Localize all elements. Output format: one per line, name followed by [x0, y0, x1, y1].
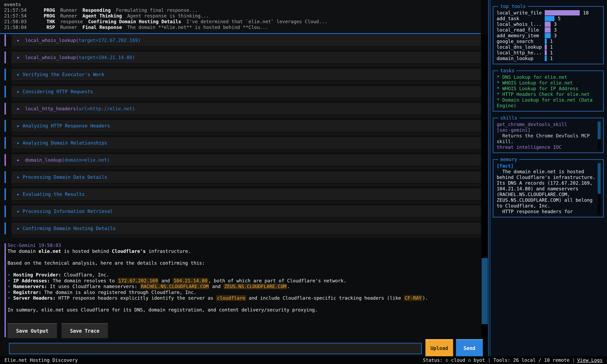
row-box[interactable]: ▶ local_whois_lookup(target=172.67.202.1… [12, 34, 481, 50]
trace-row[interactable]: ▶ Analyzing Domain Relationships [4, 137, 481, 153]
row-box[interactable]: ▶ Processing Domain Data Details [12, 171, 481, 187]
trace-row[interactable]: ▶ Evaluating the Results [4, 188, 481, 204]
row-header[interactable]: ▶ Evaluating the Results [12, 188, 481, 200]
event-detail: Formulating final response... [116, 7, 198, 13]
view-logs-link[interactable]: View Logs [577, 357, 603, 363]
tool-usage-bar [545, 22, 551, 27]
row-box[interactable]: ▶ Analyzing HTTP Response Headers [12, 120, 481, 135]
row-header[interactable]: ▶ Processing Domain Data Details [12, 171, 481, 183]
task-item: * HTTP Headers Check for elie.net [497, 91, 596, 97]
row-header[interactable]: ▶ Confirming Domain Hosting Details [12, 222, 481, 234]
main-scrollbar[interactable] [482, 34, 488, 338]
chevron-right-icon[interactable]: ▶ [17, 56, 19, 59]
tool-name: add_task [497, 16, 545, 22]
row-header[interactable]: ▶ local_whois_lookup(target=172.67.202.1… [12, 34, 481, 46]
row-accent [4, 120, 6, 132]
trace-row[interactable]: ▶ Confirming Domain Hosting Details [4, 222, 481, 238]
top-tools-chart: local_write_file 18 add_task 5 local_who… [497, 10, 601, 61]
chevron-right-icon[interactable]: ▶ [17, 141, 19, 145]
row-box[interactable]: ▶ Considering HTTP Requests [12, 86, 481, 101]
chevron-right-icon[interactable]: ▶ [17, 124, 19, 128]
bullet-text: Registrar: The domain is also registered… [13, 289, 196, 295]
skill-line: Returns the Chrome DevTools MCP skill. [497, 133, 596, 144]
row-box[interactable]: ▶ local_whois_lookup(target=104.21.14.80… [12, 52, 481, 67]
skills-panel: skills get_chrome_devtools_skill [sec-ge… [493, 118, 604, 153]
row-box[interactable]: ▶ local_http_headers(url=http://elie.net… [12, 103, 481, 118]
chevron-right-icon[interactable]: ▶ [17, 39, 19, 42]
save-output-button[interactable]: Save Output [8, 323, 57, 338]
event-source: Runner [60, 25, 77, 30]
send-button[interactable]: Send [456, 339, 483, 356]
event-type-badge: THK [28, 19, 55, 25]
response-summary: In summary, elie.net uses Cloudflare for… [8, 307, 481, 313]
event-time: 21:58:04 [4, 25, 28, 30]
memory-scrollbar-thumb[interactable] [598, 163, 601, 194]
row-label: Analyzing HTTP Response Headers [23, 123, 110, 129]
chevron-right-icon[interactable]: ▶ [17, 227, 19, 230]
event-detail: Agent response is thinking... [127, 13, 209, 19]
trace-row[interactable]: ▶ local_whois_lookup(target=104.21.14.80… [4, 52, 481, 67]
chevron-right-icon[interactable]: ▶ [17, 90, 19, 93]
tool-usage-count: 1 [550, 39, 553, 44]
row-header[interactable]: ▶ Considering HTTP Requests [12, 86, 481, 98]
event-source: response [60, 19, 83, 25]
row-accent [4, 34, 6, 46]
tool-name: domain_lookup [497, 56, 545, 62]
bullet-icon: • [8, 295, 13, 301]
trace-row[interactable]: ▶ Processing Information Retrieval [4, 205, 481, 221]
row-box[interactable]: ▶ Analyzing Domain Relationships [12, 137, 481, 153]
row-collapsed-body [12, 149, 481, 153]
trace-row[interactable]: ▶ local_http_headers(url=http://elie.net… [4, 103, 481, 118]
row-header[interactable]: ▶ Analyzing HTTP Response Headers [12, 120, 481, 132]
upload-button[interactable]: Upload [426, 339, 453, 356]
chevron-right-icon[interactable]: ▶ [17, 193, 19, 196]
trace-row[interactable]: ▶ domain_lookup(domain=elie.net) [4, 154, 481, 169]
chevron-right-icon[interactable]: ▶ [17, 73, 19, 76]
message-input[interactable] [9, 343, 422, 354]
row-box[interactable]: ▶ Processing Information Retrieval [12, 205, 481, 221]
row-box[interactable]: ▶ Verifying the Executor's Work [12, 69, 481, 84]
memory-scrollbar[interactable] [598, 163, 601, 214]
row-header[interactable]: ▶ local_whois_lookup(target=104.21.14.80… [12, 52, 481, 63]
main-scrollbar-thumb[interactable] [482, 258, 488, 324]
tool-usage-count: 1 [550, 50, 553, 56]
event-time: 21:58:03 [4, 19, 28, 25]
bullet-icon: • [8, 284, 13, 289]
task-item: * DNS Lookup for elie.net [497, 74, 596, 80]
row-box[interactable]: ▶ Confirming Domain Hosting Details [12, 222, 481, 238]
row-label: local_whois_lookup(target=172.67.202.169… [25, 38, 141, 43]
trace-row[interactable]: ▶ Verifying the Executor's Work [4, 69, 481, 84]
row-box[interactable]: ▶ Evaluating the Results [12, 188, 481, 204]
trace-row[interactable]: ▶ Considering HTTP Requests [4, 86, 481, 101]
row-header[interactable]: ▶ Analyzing Domain Relationships [12, 137, 481, 149]
chevron-right-icon[interactable]: ▶ [17, 158, 19, 162]
bullet-text: Server Headers: HTTP response headers ex… [13, 295, 428, 301]
tool-usage-row: add_task 5 [497, 16, 601, 21]
row-header[interactable]: ▶ local_http_headers(url=http://elie.net… [12, 103, 481, 115]
chevron-right-icon[interactable]: ▶ [17, 210, 19, 213]
trace-content: ▶ local_whois_lookup(target=172.67.202.1… [0, 34, 481, 338]
row-accent [4, 103, 6, 115]
row-collapsed-body [12, 201, 481, 204]
save-trace-button[interactable]: Save Trace [62, 323, 108, 338]
trace-row[interactable]: ▶ Processing Domain Data Details [4, 171, 481, 187]
event-title: Final Response [82, 25, 122, 30]
memory-title: memory [498, 156, 519, 162]
status-right: Status: o cloud o byot | Tools: 26 local… [423, 357, 603, 363]
skills-scrollbar-thumb[interactable] [598, 121, 601, 139]
tool-usage-bar [545, 27, 551, 33]
row-header[interactable]: ▶ domain_lookup(domain=elie.net) [12, 154, 481, 166]
chevron-right-icon[interactable]: ▶ [17, 107, 19, 111]
skills-scrollbar[interactable] [598, 121, 601, 150]
row-label: Processing Domain Data Details [23, 174, 107, 180]
tool-usage-count: 1 [550, 44, 553, 50]
row-box[interactable]: ▶ domain_lookup(domain=elie.net) [12, 154, 481, 169]
row-header[interactable]: ▶ Processing Information Retrieval [12, 205, 481, 217]
chevron-right-icon[interactable]: ▶ [17, 175, 19, 179]
trace-row[interactable]: ▶ Analyzing HTTP Response Headers [4, 120, 481, 135]
trace-row[interactable]: ▶ local_whois_lookup(target=172.67.202.1… [4, 34, 481, 50]
event-row: 21:58:03 THK response Confirming Domain … [4, 19, 481, 25]
row-header[interactable]: ▶ Verifying the Executor's Work [12, 69, 481, 80]
row-accent [4, 52, 6, 63]
row-accent [4, 188, 6, 200]
